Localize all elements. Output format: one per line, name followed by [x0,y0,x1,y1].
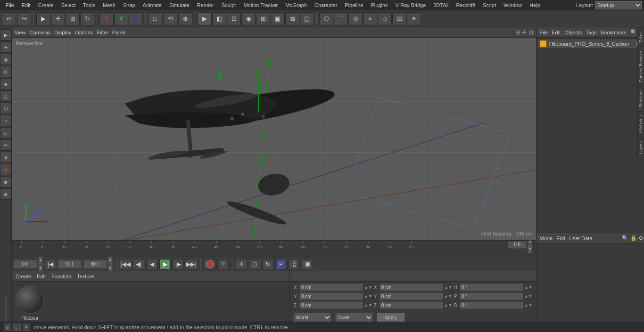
sidebar-btn-2[interactable]: ✛ [0,41,11,53]
menu-animate[interactable]: Animate [139,1,165,9]
rotate-tool-button[interactable]: ↻ [80,12,94,25]
viewport-menu-view[interactable]: View [15,30,26,35]
menu-plugins[interactable]: Plugins [367,1,391,9]
om-menu-edit[interactable]: Edit [552,30,561,35]
scene-button[interactable]: ◇ [378,12,392,25]
menu-motion-tracker[interactable]: Motion Tracker [239,1,281,9]
sidebar-btn-4[interactable]: ⊙ [0,66,11,77]
sidebar-btn-13[interactable]: ⊗ [0,176,11,187]
menu-sculpt[interactable]: Sculpt [218,1,240,9]
viewport[interactable]: View Cameras Display Options Filter Pane… [12,27,536,240]
menu-script[interactable]: Script [479,1,500,9]
viewport-menu-options[interactable]: Options [75,30,93,35]
vtab-layers[interactable]: Layers [638,137,644,158]
material-menu-edit[interactable]: Edit [37,274,46,279]
viewport-move-icon[interactable]: ✛ [522,29,527,36]
camera-button[interactable]: ⊡ [392,12,406,25]
viewport-expand-icon[interactable]: ⊞ [515,29,520,36]
y-axis-button[interactable]: Y [114,12,128,25]
transport-cycle-icon[interactable]: ↻ [262,259,273,269]
coord-h-rot-input[interactable] [460,283,523,291]
scale-tool-button[interactable]: ⊞ [66,12,80,25]
transport-grid-icon[interactable]: ⣿ [289,259,300,269]
sidebar-btn-11[interactable]: ⚙ [0,152,11,163]
om-menu-file[interactable]: File [539,30,548,35]
x-axis-button[interactable]: X [99,12,114,25]
om-object-row[interactable]: L0 Fliteboard_PRO_Series_3_Carbon [538,40,644,48]
vtab-content-browser[interactable]: Content Browser [638,47,644,86]
menu-tools[interactable]: Tools [79,1,99,9]
play-button[interactable]: ▶ [159,259,171,269]
sidebar-btn-3[interactable]: ◎ [0,54,11,65]
menu-simulate[interactable]: Simulate [165,1,193,9]
coord-y-pos-input[interactable] [299,292,363,300]
attr-menu-edit[interactable]: Edit [556,235,565,241]
attr-menu-user-data[interactable]: User Data [569,235,593,241]
sidebar-btn-9[interactable]: □ [0,127,11,138]
light-button[interactable]: ☀ [407,12,421,25]
viewport-maximize-icon[interactable]: ⊡ [528,29,533,36]
undo-button[interactable]: ↩ [2,12,16,25]
attr-menu-mode[interactable]: Mode [539,235,553,241]
render-btn-7[interactable]: ⧉ [285,12,299,25]
material-menu-texture[interactable]: Texture [77,274,94,279]
menu-select[interactable]: Select [58,1,80,9]
tool-btn-1[interactable]: ⟲ [163,12,177,25]
render-btn-6[interactable]: ▣ [271,12,285,25]
start-frame-input[interactable] [14,260,37,268]
menu-pipeline[interactable]: Pipeline [341,1,367,9]
apply-button[interactable]: Apply [377,313,405,322]
sidebar-btn-1[interactable]: ▶ [0,29,11,40]
menu-mesh[interactable]: Mesh [99,1,119,9]
redo-button[interactable]: ↪ [17,12,31,25]
sidebar-btn-10[interactable]: ✂ [0,139,11,151]
viewport-menu-cameras[interactable]: Cameras [30,30,51,35]
om-menu-objects[interactable]: Objects [564,30,582,35]
render-btn-8[interactable]: ◫ [300,12,314,25]
vtab-takes[interactable]: Takes [638,27,644,47]
material-menu-function[interactable]: Function [51,274,71,279]
spline-button[interactable]: ⌒ [334,12,348,25]
step-forward-button[interactable]: |▶ [173,259,184,269]
select-tool-button[interactable]: ▶ [36,12,50,25]
status-icon-2[interactable]: □ [13,324,21,331]
material-item[interactable]: Fliteboa [16,285,44,321]
vtab-attributes[interactable]: Attributes [638,111,644,137]
coord-b-rot-input[interactable] [460,301,523,309]
current-frame-right[interactable] [508,241,527,249]
frame-up-arrow[interactable]: ▲ [528,240,532,245]
menu-render[interactable]: Render [193,1,218,9]
frame-down-arrow[interactable]: ▼ [528,245,532,253]
transport-key-icon[interactable]: ⬡ [249,259,260,269]
menu-snap[interactable]: Snap [119,1,139,9]
transport-film-icon[interactable]: ▣ [302,259,313,269]
vtab-structure[interactable]: Structure [638,86,644,112]
sidebar-btn-8[interactable]: ○ [0,115,11,126]
coord-z-pos-input[interactable] [299,301,363,309]
sidebar-btn-7[interactable]: ⬡ [0,103,11,114]
om-search-icon[interactable]: 🔍 [630,29,637,35]
viewport-menu-panel[interactable]: Panel [112,30,125,35]
render-settings-button[interactable]: ⊡ [227,12,241,25]
attr-lock-icon[interactable]: 🔒 [630,235,637,241]
go-to-start-button[interactable]: |◀◀ [120,259,131,269]
render-btn-5[interactable]: ⊞ [256,12,270,25]
transport-move-icon[interactable]: ✛ [236,259,247,269]
menu-character[interactable]: Character [311,1,341,9]
transport-p-icon[interactable]: P [275,259,287,269]
om-menu-bookmarks[interactable]: Bookmarks [601,30,627,35]
nurbs-button[interactable]: ◎ [348,12,363,25]
coord-z-size-input[interactable] [380,301,443,309]
viewport-menu-display[interactable]: Display [54,30,71,35]
render-ipr-button[interactable]: ◉ [241,12,256,25]
status-icon-3[interactable]: ✕ [23,324,30,331]
attr-settings-icon[interactable]: ⊕ [639,235,643,241]
menu-window[interactable]: Window [500,1,526,9]
render-frame-button[interactable]: ▶ [198,12,212,25]
record-active-button[interactable] [204,259,215,269]
deform-button[interactable]: ⋄ [363,12,377,25]
menu-redshift[interactable]: Redshift [453,1,479,9]
status-icon-1[interactable]: ⊙ [4,324,11,331]
preview-start-input[interactable] [58,260,82,268]
prev-key-button[interactable]: |◀ [45,259,56,269]
